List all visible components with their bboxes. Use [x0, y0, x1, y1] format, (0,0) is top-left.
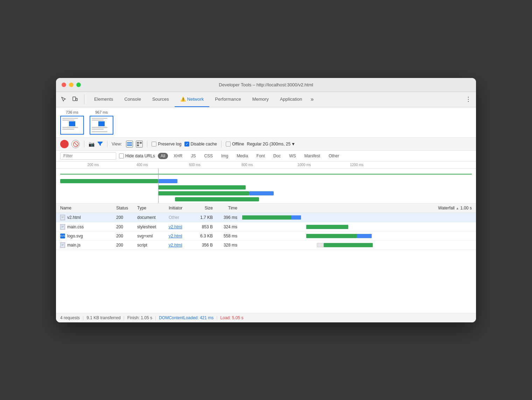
timeline-area: 200 ms 400 ms 600 ms 800 ms 1000 ms 1200… [56, 162, 476, 203]
svg-point-4 [468, 101, 469, 102]
svg-rect-5 [127, 142, 132, 143]
file-doc-icon [60, 242, 65, 248]
svg-rect-12 [62, 216, 64, 217]
td-name: v2.html [56, 213, 112, 222]
file-doc-icon [60, 215, 65, 220]
dom-content-loaded: DOMContentLoaded: 421 ms [159, 315, 214, 320]
tab-sources[interactable]: Sources [147, 92, 175, 107]
filter-css-button[interactable]: CSS [201, 153, 216, 159]
svg-rect-8 [137, 142, 139, 144]
filter-bar: Hide data URLs All XHR JS CSS Img Media … [56, 151, 476, 162]
disable-cache-checkbox-box: ✓ [184, 142, 189, 147]
close-button[interactable] [62, 83, 66, 87]
load-time: Load: 5.05 s [220, 315, 243, 320]
filter-img-button[interactable]: Img [218, 153, 231, 159]
svg-rect-16 [62, 226, 64, 226]
tab-memory[interactable]: Memory [247, 92, 274, 107]
offline-checkbox[interactable]: Offline [226, 142, 244, 147]
table-body: v2.html 200 document Other 1.7 KB 396 ms [56, 213, 476, 250]
th-status[interactable]: Status [112, 203, 133, 213]
tl-row4-green [175, 197, 259, 201]
record-button[interactable] [60, 140, 69, 148]
preserve-log-checkbox[interactable]: Preserve log [152, 142, 181, 147]
devtools-body: 736 ms 967 ms [56, 107, 476, 322]
toolbar-divider3 [147, 141, 147, 148]
tab-elements[interactable]: Elements [89, 92, 119, 107]
titlebar: Developer Tools – http://localhost:3000/… [56, 78, 476, 92]
filter-js-button[interactable]: JS [188, 153, 198, 159]
th-size[interactable]: Size [192, 203, 217, 213]
th-type[interactable]: Type [133, 203, 164, 213]
table-row[interactable]: v2.html 200 document Other 1.7 KB 396 ms [56, 213, 476, 222]
tab-application[interactable]: Application [274, 92, 308, 107]
toolbar-divider2 [107, 141, 107, 148]
tab-network[interactable]: ⚠️ Network [175, 92, 210, 107]
hide-data-urls-box [119, 153, 124, 158]
filter-other-button[interactable]: Other [326, 153, 342, 159]
filter-toggle-button[interactable] [97, 141, 103, 147]
screenshot-button[interactable]: 📷 [89, 141, 94, 147]
finish-time: Finish: 1.05 s [127, 315, 152, 320]
td-waterfall-2 [241, 222, 476, 231]
hide-data-urls-checkbox[interactable]: Hide data URLs [119, 153, 155, 158]
filmstrip-item-2[interactable]: 967 ms [90, 110, 113, 135]
th-name[interactable]: Name [56, 203, 112, 213]
timeline-ruler: 200 ms 400 ms 600 ms 800 ms 1000 ms 1200… [56, 162, 476, 169]
td-waterfall-3 [241, 231, 476, 240]
filter-media-button[interactable]: Media [234, 153, 251, 159]
filmstrip-thumb-2[interactable] [90, 116, 113, 135]
more-tabs-button[interactable]: » [308, 92, 316, 107]
minimize-button[interactable] [69, 83, 74, 87]
tab-console[interactable]: Console [119, 92, 147, 107]
svg-rect-9 [140, 142, 142, 144]
toolbar-divider4 [221, 141, 222, 148]
requests-table: Name Status Type Initiator Size Time Wat… [56, 203, 476, 313]
clear-button[interactable]: 🚫 [71, 140, 80, 148]
device-toolbar-button[interactable] [70, 94, 80, 104]
maximize-button[interactable] [76, 83, 81, 87]
th-time[interactable]: Time [217, 203, 241, 213]
toolbar-icons [59, 94, 84, 104]
svg-rect-1 [76, 98, 77, 101]
file-svg-icon: SVG [60, 234, 65, 238]
filter-font-button[interactable]: Font [254, 153, 268, 159]
view-group-button[interactable] [136, 141, 143, 148]
filter-doc-button[interactable]: Doc [271, 153, 284, 159]
filter-input[interactable] [60, 152, 116, 160]
table-row[interactable]: main.css 200 stylesheet v2.html 853 B 32… [56, 222, 476, 231]
filter-manifest-button[interactable]: Manifest [302, 153, 323, 159]
waterfall-sort-icon: ▲ [456, 206, 459, 210]
th-initiator[interactable]: Initiator [164, 203, 192, 213]
disable-cache-checkbox[interactable]: ✓ Disable cache [184, 142, 217, 147]
filter-all-button[interactable]: All [158, 153, 168, 159]
wf-bar-green [324, 243, 373, 247]
throttle-chevron-icon: ▼ [291, 142, 295, 147]
svg-rect-7 [127, 145, 132, 146]
td-waterfall-1 [241, 213, 476, 222]
ruler-tick-1000: 1000 ms [298, 163, 311, 167]
ruler-tick-600: 600 ms [189, 163, 201, 167]
tl-row1-blue [158, 179, 177, 183]
tl-row2-green [158, 185, 246, 190]
file-doc-icon [60, 224, 65, 230]
devtools-menu-button[interactable] [463, 94, 473, 104]
tl-row1-green [60, 179, 158, 183]
network-warning-icon: ⚠️ [180, 97, 186, 102]
tab-performance[interactable]: Performance [209, 92, 246, 107]
filmstrip-item-1[interactable]: 736 ms [60, 110, 84, 135]
table-row[interactable]: main.js 200 script v2.html 356 B 328 ms [56, 240, 476, 250]
svg-rect-21 [62, 245, 64, 245]
filter-ws-button[interactable]: WS [286, 153, 299, 159]
offline-checkbox-box [226, 142, 231, 147]
inspect-button[interactable] [59, 94, 69, 104]
svg-rect-0 [73, 97, 76, 101]
view-list-button[interactable] [126, 141, 133, 148]
throttle-select[interactable]: Regular 2G (300ms, 25 ▼ [247, 142, 295, 147]
th-waterfall[interactable]: Waterfall ▲ 1.00 s [241, 203, 476, 213]
requests-count: 4 requests [60, 315, 80, 320]
table-row[interactable]: SVG logo.svg 200 svg+xml v2.html 6.3 KB … [56, 231, 476, 240]
filter-xhr-button[interactable]: XHR [171, 153, 185, 159]
ruler-tick-400: 400 ms [136, 163, 148, 167]
transferred-size: 9.1 KB transferred [86, 315, 120, 320]
filmstrip-thumb-1[interactable] [60, 116, 84, 135]
